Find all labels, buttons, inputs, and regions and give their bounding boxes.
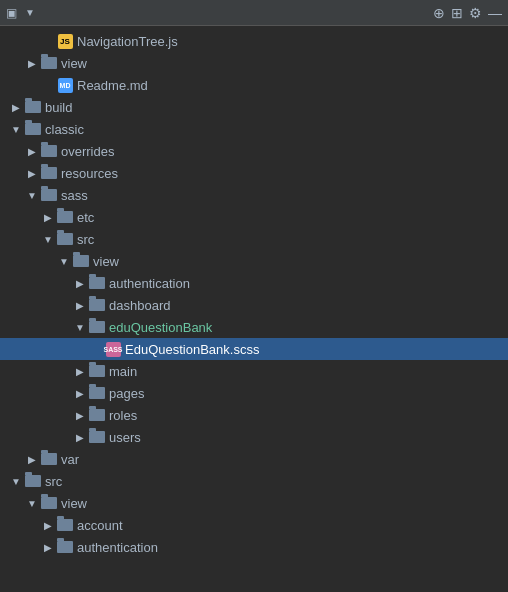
tree-arrow[interactable]	[24, 58, 40, 69]
tree-arrow[interactable]	[72, 410, 88, 421]
tree-arrow[interactable]	[40, 212, 56, 223]
minimize-icon[interactable]: —	[488, 5, 502, 21]
tree-arrow[interactable]	[72, 278, 88, 289]
tree-item-users[interactable]: users	[0, 426, 508, 448]
tree-item-label: authentication	[77, 540, 158, 555]
folder-icon	[56, 539, 74, 555]
tree-item-label: classic	[45, 122, 84, 137]
md-file-icon: MD	[56, 77, 74, 93]
tree-arrow[interactable]	[8, 476, 24, 487]
tree-item-eduquestionbank-scss[interactable]: SASSEduQuestionBank.scss	[0, 338, 508, 360]
tree-item-readme[interactable]: MDReadme.md	[0, 74, 508, 96]
tree-item-build[interactable]: build	[0, 96, 508, 118]
tree-item-label: var	[61, 452, 79, 467]
folder-icon	[40, 143, 58, 159]
tree-arrow[interactable]	[24, 498, 40, 509]
header-icons: ⊕ ⊞ ⚙ —	[433, 5, 502, 21]
tree-item-label: etc	[77, 210, 94, 225]
folder-icon	[88, 429, 106, 445]
tree-item-roles[interactable]: roles	[0, 404, 508, 426]
tree-item-label: users	[109, 430, 141, 445]
tree-item-label: overrides	[61, 144, 114, 159]
tree-arrow[interactable]	[24, 454, 40, 465]
folder-icon	[88, 407, 106, 423]
folder-icon	[88, 319, 106, 335]
tree-item-label: view	[61, 496, 87, 511]
tree-item-authentication2[interactable]: authentication	[0, 536, 508, 558]
tree-arrow[interactable]	[72, 300, 88, 311]
tree-item-label: view	[61, 56, 87, 71]
tree-item-authentication1[interactable]: authentication	[0, 272, 508, 294]
folder-icon	[56, 231, 74, 247]
tree-item-var[interactable]: var	[0, 448, 508, 470]
tree-item-eduquestionbank-folder[interactable]: eduQuestionBank	[0, 316, 508, 338]
expand-icon[interactable]: ⊞	[451, 5, 463, 21]
tree-item-sass[interactable]: sass	[0, 184, 508, 206]
tree-item-label: build	[45, 100, 72, 115]
tree-item-pages[interactable]: pages	[0, 382, 508, 404]
settings-icon[interactable]: ⚙	[469, 5, 482, 21]
tree-item-label: EduQuestionBank.scss	[125, 342, 259, 357]
folder-icon	[24, 121, 42, 137]
folder-icon	[40, 165, 58, 181]
locate-icon[interactable]: ⊕	[433, 5, 445, 21]
tree-item-label: NavigationTree.js	[77, 34, 178, 49]
tree-item-label: src	[77, 232, 94, 247]
tree-item-view2[interactable]: view	[0, 250, 508, 272]
tree-item-label: dashboard	[109, 298, 170, 313]
folder-icon	[72, 253, 90, 269]
tree-item-label: Readme.md	[77, 78, 148, 93]
folder-icon	[40, 55, 58, 71]
tree-arrow[interactable]	[8, 102, 24, 113]
tree-item-navigationtree[interactable]: JSNavigationTree.js	[0, 30, 508, 52]
tree-arrow[interactable]	[24, 146, 40, 157]
tree-item-label: src	[45, 474, 62, 489]
folder-icon	[88, 385, 106, 401]
tree-item-label: roles	[109, 408, 137, 423]
folder-icon	[56, 517, 74, 533]
tree-item-resources[interactable]: resources	[0, 162, 508, 184]
folder-icon	[88, 275, 106, 291]
tree-item-view1[interactable]: view	[0, 52, 508, 74]
tree-arrow[interactable]	[24, 168, 40, 179]
folder-icon	[88, 363, 106, 379]
panel-icon: ▣	[6, 6, 17, 20]
folder-icon	[56, 209, 74, 225]
tree-item-label: pages	[109, 386, 144, 401]
js-file-icon: JS	[56, 33, 74, 49]
tree-item-etc[interactable]: etc	[0, 206, 508, 228]
tree-item-classic[interactable]: classic	[0, 118, 508, 140]
folder-icon	[40, 187, 58, 203]
folder-icon	[24, 99, 42, 115]
tree-arrow[interactable]	[8, 124, 24, 135]
tree-arrow[interactable]	[56, 256, 72, 267]
tree-arrow[interactable]	[72, 366, 88, 377]
panel-header: ▣ ▼ ⊕ ⊞ ⚙ —	[0, 0, 508, 26]
tree-item-label: account	[77, 518, 123, 533]
dropdown-arrow[interactable]: ▼	[25, 7, 35, 18]
tree-arrow[interactable]	[72, 322, 88, 333]
tree-item-src2[interactable]: src	[0, 470, 508, 492]
project-tree: JSNavigationTree.jsviewMDReadme.mdbuildc…	[0, 26, 508, 592]
tree-item-main[interactable]: main	[0, 360, 508, 382]
tree-arrow[interactable]	[72, 388, 88, 399]
folder-icon	[88, 297, 106, 313]
tree-arrow[interactable]	[40, 542, 56, 553]
tree-arrow[interactable]	[72, 432, 88, 443]
tree-arrow[interactable]	[40, 234, 56, 245]
folder-icon	[40, 451, 58, 467]
tree-item-label: authentication	[109, 276, 190, 291]
tree-item-label: eduQuestionBank	[109, 320, 212, 335]
tree-arrow[interactable]	[40, 520, 56, 531]
tree-arrow[interactable]	[24, 190, 40, 201]
header-left: ▣ ▼	[6, 6, 35, 20]
folder-icon	[40, 495, 58, 511]
tree-item-label: view	[93, 254, 119, 269]
tree-item-account[interactable]: account	[0, 514, 508, 536]
tree-item-overrides[interactable]: overrides	[0, 140, 508, 162]
tree-item-label: sass	[61, 188, 88, 203]
folder-icon	[24, 473, 42, 489]
tree-item-view3[interactable]: view	[0, 492, 508, 514]
tree-item-dashboard[interactable]: dashboard	[0, 294, 508, 316]
tree-item-src1[interactable]: src	[0, 228, 508, 250]
